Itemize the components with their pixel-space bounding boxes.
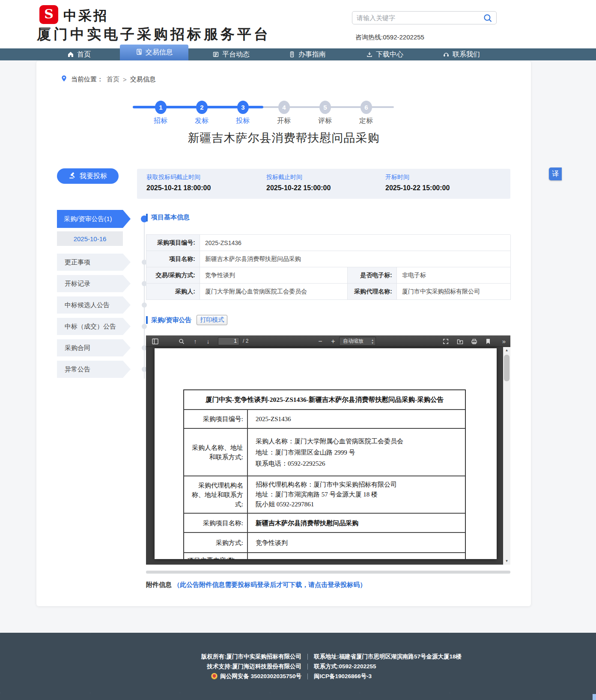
step-label-2: 发标 [189, 117, 215, 126]
breadcrumb-home[interactable]: 首页 [107, 75, 119, 84]
logo-icon: S [39, 5, 58, 24]
search-icon[interactable] [483, 13, 493, 25]
info-value: 2025-ZS1436 [200, 235, 511, 251]
doc-row-value: 招标代理机构名称：厦门市中实采购招标有限公司 地址：厦门市湖滨南路 57 号金源… [248, 476, 465, 513]
sidebar-item-award[interactable]: 中标（成交）公告 [57, 318, 131, 335]
pdf-viewer: ↑ ↓ 1 / 2 − + 自动缩放 ▴▾ » 厦门中实-竞争性谈判-20 [146, 335, 510, 565]
timeline-line [144, 216, 145, 379]
doc-row: 采购项目编号: 2025-ZS1436 [184, 409, 465, 428]
sidebar-item-open-record[interactable]: 开标记录 [57, 275, 131, 292]
pdf-scrollbar[interactable]: ▲ ▼ [503, 347, 510, 565]
zoom-out-button[interactable]: − [316, 335, 325, 347]
attachment-label: 附件信息 [146, 581, 172, 588]
sidebar-item-contract[interactable]: 采购合同 [57, 339, 131, 356]
site-footer: 版权所有:厦门市中实采购招标有限公司 联系地址:福建省厦门市思明区湖滨南路57号… [0, 633, 596, 700]
doc-row-value [248, 553, 465, 559]
nav-item-guide[interactable]: 办事指南 [289, 48, 326, 60]
zoom-in-button[interactable]: + [328, 335, 338, 347]
info-label: 采购代理名称: [348, 284, 397, 300]
sidebar-item-announcement[interactable]: 采购/资审公告(1) [57, 210, 131, 228]
doc-line: 地址：厦门市湖里区金山路 2999 号 [256, 447, 461, 458]
nav-label: 交易信息 [146, 48, 173, 57]
sidebar-item-candidates[interactable]: 中标候选人公告 [57, 296, 131, 314]
nav-item-home[interactable]: 首页 [67, 48, 91, 60]
step-circle-5: 5 [319, 101, 331, 114]
doc-row-value: 竞争性谈判 [248, 533, 465, 552]
page-total: / 2 [243, 338, 248, 344]
deadline-value: 2025-10-22 15:00:00 [266, 184, 331, 192]
scroll-up-button[interactable]: ▲ [503, 347, 510, 354]
doc-row-label: 采购项目名称: [184, 514, 248, 532]
doc-row-label: 采购项目编号: [184, 410, 248, 428]
deadline-panel: 获取投标码截止时间 2025-10-21 18:00:00 投标截止时间 202… [137, 169, 510, 199]
bid-button[interactable]: 我要投标 [57, 168, 119, 184]
horizontal-scrollbar[interactable] [146, 571, 510, 574]
nav-item-contact[interactable]: 联系我们 [443, 48, 480, 60]
step-label-3: 投标 [230, 117, 256, 126]
open-file-icon[interactable] [455, 335, 465, 347]
sidebar-toggle-icon[interactable] [150, 335, 160, 347]
project-info-table: 采购项目编号: 2025-ZS1436 项目名称: 新疆吉木萨尔县消费帮扶慰问品… [146, 234, 510, 300]
bookmark-icon[interactable] [483, 335, 493, 347]
deadline-value: 2025-10-21 18:00:00 [146, 184, 211, 192]
doc-line: 新疆吉木萨尔县消费帮扶慰问品采购 [256, 518, 461, 529]
step-label-1: 招标 [148, 117, 173, 126]
doc-line: 竞争性谈判 [256, 537, 461, 548]
footer-contact: 联系方式:0592-2202255 [308, 663, 530, 670]
pdf-page: 厦门中实-竞争性谈判-2025-ZS1436-新疆吉木萨尔县消费帮扶慰问品采购-… [155, 348, 497, 559]
attachment-login-link[interactable]: （此公告附件信息需要投标码登录后才可下载，请点击登录投标码） [173, 581, 366, 588]
page-down-icon[interactable]: ↓ [203, 335, 213, 347]
nav-item-platform-news[interactable]: 平台动态 [212, 48, 250, 60]
info-value: 新疆吉木萨尔县消费帮扶慰问品采购 [200, 251, 511, 267]
translate-button[interactable]: 译 [549, 168, 562, 180]
breadcrumb-separator: > [123, 76, 127, 83]
info-value: 竞争性谈判 [200, 267, 348, 284]
doc-title: 厦门中实-竞争性谈判-2025-ZS1436-新疆吉木萨尔县消费帮扶慰问品采购-… [184, 390, 465, 409]
bid-button-label: 我要投标 [80, 172, 107, 181]
print-icon[interactable] [469, 335, 479, 347]
toolbar-more-icon[interactable]: » [500, 335, 508, 347]
doc-row: 采购人名称、地址和联系方式: 采购人名称：厦门大学附属心血管病医院工会委员会 地… [184, 428, 465, 476]
doc-line: 2025-ZS1436 [256, 413, 461, 425]
doc-row: 采购方式: 竞争性谈判 [184, 532, 465, 552]
presentation-mode-icon[interactable] [441, 335, 451, 347]
step-circle-1: 1 [155, 101, 167, 114]
page-number-input[interactable]: 1 [218, 337, 239, 345]
doc-line: 招标代理机构名称：厦门市中实采购招标有限公司 [256, 480, 461, 490]
footer-address: 联系地址:福建省厦门市思明区湖滨南路57号金源大厦18楼 [308, 653, 530, 661]
doc-row: 采购代理机构名称、地址和联系方式: 招标代理机构名称：厦门市中实采购招标有限公司… [184, 476, 465, 513]
nav-item-download[interactable]: 下载中心 [366, 48, 403, 60]
info-label: 交易/采购方式: [146, 267, 200, 284]
zoom-select[interactable]: 自动缩放 ▴▾ [339, 337, 376, 346]
info-label: 是否电子标: [348, 267, 397, 284]
page-up-icon[interactable]: ↑ [191, 335, 200, 347]
info-label: 采购项目编号: [146, 235, 200, 251]
nav-label: 下载中心 [376, 50, 403, 59]
location-pin-icon [60, 75, 68, 84]
section-bar [146, 214, 148, 221]
step-label-5: 评标 [312, 117, 338, 126]
main-nav: 首页 交易信息 平台动态 办事指南 下载中心 联系我们 [0, 48, 596, 60]
nav-label: 办事指南 [298, 50, 326, 59]
doc-line: 阮小姐 0592-2297861 [256, 500, 461, 509]
footer-icp-record[interactable]: 闽ICP备19026866号-3 [308, 673, 530, 680]
step-circle-2: 2 [196, 101, 208, 114]
search-input[interactable] [357, 12, 477, 23]
page-scrollbar-thumb[interactable] [593, 694, 596, 700]
step-circle-4: 4 [278, 101, 290, 114]
find-icon[interactable] [177, 335, 186, 347]
scrollbar-thumb[interactable] [504, 355, 510, 381]
print-mode-button[interactable]: 打印模式 [197, 315, 227, 325]
info-section-header: 项目基本信息 [146, 213, 190, 221]
breadcrumb-prefix: 当前位置： [71, 75, 103, 84]
select-arrows-icon: ▴▾ [372, 338, 373, 344]
doc-row-value: 新疆吉木萨尔县消费帮扶慰问品采购 [248, 514, 465, 532]
notice-document-table: 厦门中实-竞争性谈判-2025-ZS1436-新疆吉木萨尔县消费帮扶慰问品采购-… [183, 389, 466, 559]
sidebar-item-date[interactable]: 2025-10-16 [57, 231, 123, 246]
sidebar-item-corrections[interactable]: 更正事项 [57, 254, 131, 271]
scroll-down-button[interactable]: ▼ [503, 558, 510, 565]
sidebar-item-abnormal[interactable]: 异常公告 [57, 361, 131, 378]
footer-security-record[interactable]: 闽公网安备 35020302035750号 [220, 673, 301, 680]
headset-icon [443, 51, 450, 58]
nav-item-trade-info[interactable]: 交易信息 [120, 45, 188, 60]
